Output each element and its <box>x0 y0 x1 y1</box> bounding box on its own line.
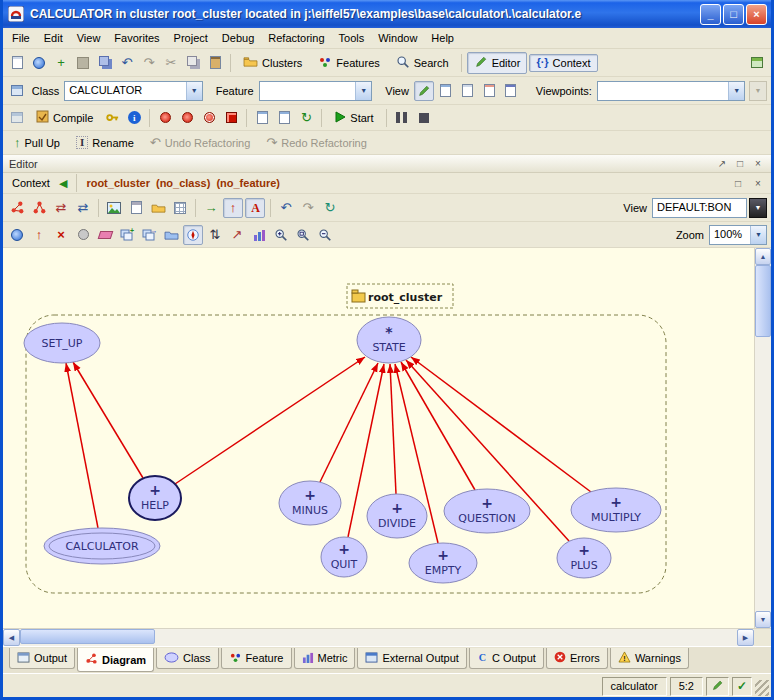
hide-class-icon[interactable] <box>73 225 93 245</box>
menu-debug[interactable]: Debug <box>215 29 261 47</box>
copy-icon[interactable] <box>183 53 203 73</box>
diagram-undo-icon[interactable]: ↶ <box>276 198 296 218</box>
close-button[interactable]: × <box>746 4 767 25</box>
add-descendants-icon[interactable]: → <box>139 225 159 245</box>
add-ancestors-icon[interactable]: + <box>117 225 137 245</box>
menu-project[interactable]: Project <box>167 29 215 47</box>
maximize-context-icon[interactable]: □ <box>731 176 745 190</box>
scroll-up-icon[interactable]: ▲ <box>755 248 771 265</box>
export-image-icon[interactable] <box>104 198 124 218</box>
scroll-down-icon[interactable]: ▼ <box>755 611 771 628</box>
interface-view-icon[interactable] <box>501 81 521 101</box>
scroll-right-icon[interactable]: ▶ <box>737 629 754 646</box>
redo-refactoring-button[interactable]: ↷ Redo Refactoring <box>259 133 374 152</box>
viewpoints-combo[interactable]: ▼ <box>597 81 745 101</box>
class-combo[interactable]: CALCULATOR ▼ <box>64 81 202 101</box>
class-relations-icon[interactable] <box>7 198 27 218</box>
search-button[interactable]: Search <box>389 52 456 74</box>
step-into-icon[interactable] <box>252 108 272 128</box>
objects-tool-icon[interactable] <box>155 108 175 128</box>
new-window-icon[interactable] <box>7 53 27 73</box>
zoom-combo-arrow-icon[interactable]: ▼ <box>750 226 766 244</box>
paste-icon[interactable] <box>205 53 225 73</box>
context-cluster[interactable]: root_cluster <box>86 177 150 189</box>
restart-icon[interactable]: ↻ <box>296 108 316 128</box>
editor-toggle-button[interactable]: Editor <box>467 52 528 74</box>
diagram-view-menu-button[interactable]: ▼ <box>749 198 767 218</box>
project-settings-icon[interactable] <box>7 108 27 128</box>
tab-warnings[interactable]: ! Warnings <box>610 648 689 669</box>
reroute-links-icon[interactable]: ↗ <box>227 225 247 245</box>
cut-icon[interactable]: ✂ <box>161 53 181 73</box>
watch-tool-icon[interactable] <box>177 108 197 128</box>
menu-view[interactable]: View <box>70 29 108 47</box>
contract-view-icon[interactable] <box>479 81 499 101</box>
class-tool-icon[interactable] <box>7 81 27 101</box>
clickable-view-icon[interactable] <box>436 81 456 101</box>
save-icon[interactable] <box>73 53 93 73</box>
toggle-labels-icon[interactable]: ⇅ <box>205 225 225 245</box>
undo-refactoring-button[interactable]: ↶ Undo Refactoring <box>143 133 258 152</box>
zoom-combo[interactable]: 100% ▼ <box>709 225 767 245</box>
supplier-link-depth-icon[interactable]: ⇄ <box>73 198 93 218</box>
tab-c-output[interactable]: C C Output <box>469 648 544 669</box>
force-layout-icon[interactable] <box>183 225 203 245</box>
menu-help[interactable]: Help <box>424 29 461 47</box>
toolbar-overflow-arrow-icon[interactable]: ▼ <box>749 81 767 101</box>
diagram-statistics-icon[interactable] <box>249 225 269 245</box>
tab-diagram[interactable]: Diagram <box>77 648 154 672</box>
save-all-icon[interactable] <box>95 53 115 73</box>
scroll-left-icon[interactable]: ◀ <box>3 629 20 646</box>
horizontal-scroll-track[interactable] <box>20 629 737 646</box>
menu-file[interactable]: File <box>5 29 37 47</box>
menu-edit[interactable]: Edit <box>37 29 70 47</box>
menu-refactoring[interactable]: Refactoring <box>261 29 331 47</box>
horizontal-scroll-thumb[interactable] <box>20 629 155 644</box>
tab-metric[interactable]: Metric <box>294 648 356 669</box>
basic-text-view-icon[interactable] <box>414 81 434 101</box>
tab-output[interactable]: Output <box>9 648 75 669</box>
menu-tools[interactable]: Tools <box>332 29 372 47</box>
maximize-panel-icon[interactable]: □ <box>733 157 747 171</box>
text-label-tool-icon[interactable]: A <box>245 198 265 218</box>
menu-window[interactable]: Window <box>371 29 424 47</box>
eraser-icon[interactable] <box>95 225 115 245</box>
cluster-view-icon[interactable] <box>161 225 181 245</box>
resize-grip[interactable] <box>755 680 769 696</box>
pull-up-button[interactable]: ↑ Pull Up <box>7 133 67 152</box>
diagram-view-combo[interactable]: DEFAULT:BON <box>652 198 747 218</box>
show-ancestors-icon[interactable]: ↑ <box>29 225 49 245</box>
fit-to-window-icon[interactable] <box>293 225 313 245</box>
menu-favorites[interactable]: Favorites <box>107 29 166 47</box>
feature-combo-arrow-icon[interactable]: ▼ <box>355 82 371 100</box>
diagram-canvas[interactable]: root_clusterSET_UP*STATE+HELPCALCULATOR+… <box>3 248 754 628</box>
diagram-redo-icon[interactable]: ↷ <box>298 198 318 218</box>
tab-external-output[interactable]: External Output <box>357 648 466 669</box>
diagram-grid-icon[interactable] <box>170 198 190 218</box>
history-back-icon[interactable]: ◀ <box>59 178 67 189</box>
tab-class[interactable]: Class <box>156 648 219 669</box>
close-context-icon[interactable]: × <box>751 176 765 190</box>
start-button[interactable]: Start <box>327 108 380 128</box>
print-diagram-icon[interactable] <box>126 198 146 218</box>
pause-icon[interactable] <box>392 108 412 128</box>
viewpoints-combo-arrow-icon[interactable]: ▼ <box>728 82 744 100</box>
rename-button[interactable]: I Rename <box>69 133 141 152</box>
disable-breakpoints-icon[interactable] <box>199 108 219 128</box>
tab-errors[interactable]: Errors <box>546 648 608 669</box>
redo-icon[interactable]: ↷ <box>139 53 159 73</box>
add-client-link-icon[interactable]: → <box>201 198 221 218</box>
vertical-scroll-track[interactable] <box>755 265 771 611</box>
stop-icon[interactable] <box>414 108 434 128</box>
compile-button[interactable]: Compile <box>29 107 100 128</box>
zoom-in-icon[interactable] <box>271 225 291 245</box>
step-over-icon[interactable] <box>274 108 294 128</box>
feature-combo[interactable]: ▼ <box>259 81 373 101</box>
flat-view-icon[interactable] <box>457 81 477 101</box>
refresh-diagram-icon[interactable]: ↻ <box>320 198 340 218</box>
cluster-relations-icon[interactable] <box>29 198 49 218</box>
clusters-button[interactable]: Clusters <box>236 52 309 73</box>
external-commands-icon[interactable] <box>747 53 767 73</box>
maximize-button[interactable]: □ <box>723 4 744 25</box>
open-icon[interactable] <box>29 53 49 73</box>
